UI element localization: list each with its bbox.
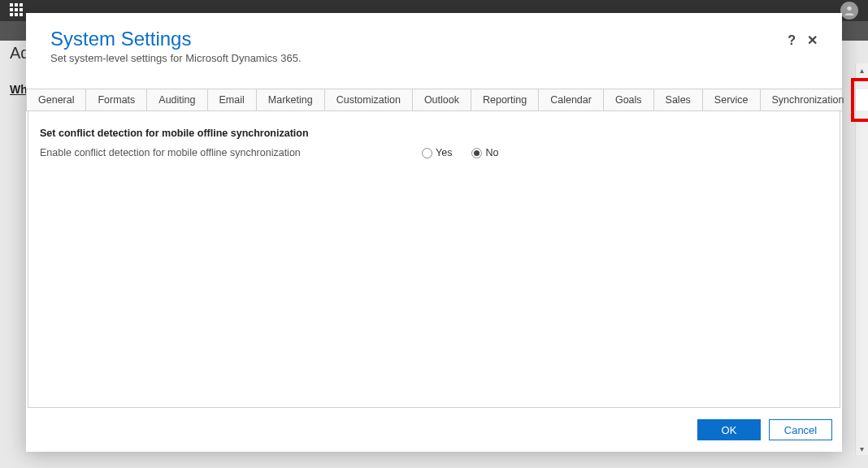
bg-partial-underline: Wh (10, 83, 28, 96)
radio-yes-label: Yes (436, 147, 452, 158)
tab-service[interactable]: Service (703, 89, 761, 110)
setting-label: Enable conflict detection for mobile off… (40, 147, 389, 158)
tab-customization[interactable]: Customization (325, 89, 413, 110)
system-settings-modal: System Settings Set system-level setting… (26, 13, 842, 452)
help-icon[interactable]: ? (788, 33, 796, 48)
content-area: Set conflict detection for mobile offlin… (28, 111, 840, 408)
page-scrollbar[interactable]: ▴ ▾ (855, 63, 868, 455)
close-icon[interactable]: ✕ (807, 32, 818, 48)
tab-synchronization[interactable]: Synchronization (761, 89, 857, 110)
svg-point-0 (847, 6, 851, 11)
radio-no[interactable]: No (471, 147, 498, 158)
modal-footer: OK Cancel (26, 408, 842, 452)
tab-sales[interactable]: Sales (654, 89, 703, 110)
tab-outlook[interactable]: Outlook (413, 89, 471, 110)
radio-yes[interactable]: Yes (422, 147, 452, 158)
modal-title: System Settings (50, 28, 302, 50)
radio-no-circle (471, 148, 482, 158)
tabs: GeneralFormatsAuditingEmailMarketingCust… (26, 89, 842, 111)
tab-auditing[interactable]: Auditing (147, 89, 207, 110)
radio-yes-circle (422, 148, 432, 158)
tab-marketing[interactable]: Marketing (257, 89, 325, 110)
tab-formats[interactable]: Formats (86, 89, 147, 110)
tab-reporting[interactable]: Reporting (471, 89, 539, 110)
cancel-button[interactable]: Cancel (769, 419, 832, 440)
scroll-up-icon[interactable]: ▴ (856, 63, 868, 76)
ok-button[interactable]: OK (697, 419, 761, 440)
setting-row: Enable conflict detection for mobile off… (40, 147, 828, 158)
tab-email[interactable]: Email (208, 89, 257, 110)
modal-header: System Settings Set system-level setting… (26, 13, 842, 72)
scroll-down-icon[interactable]: ▾ (856, 442, 868, 455)
radio-group: Yes No (422, 147, 498, 158)
avatar[interactable] (840, 2, 858, 20)
radio-no-label: No (485, 147, 498, 158)
tab-mobile-client[interactable]: Mobile Client (856, 89, 868, 110)
section-title: Set conflict detection for mobile offlin… (40, 128, 828, 139)
modal-subtitle: Set system-level settings for Microsoft … (50, 52, 302, 64)
app-launcher-icon[interactable] (10, 3, 24, 18)
tab-calendar[interactable]: Calendar (539, 89, 604, 110)
tab-general[interactable]: General (26, 89, 86, 110)
tab-goals[interactable]: Goals (604, 89, 654, 110)
